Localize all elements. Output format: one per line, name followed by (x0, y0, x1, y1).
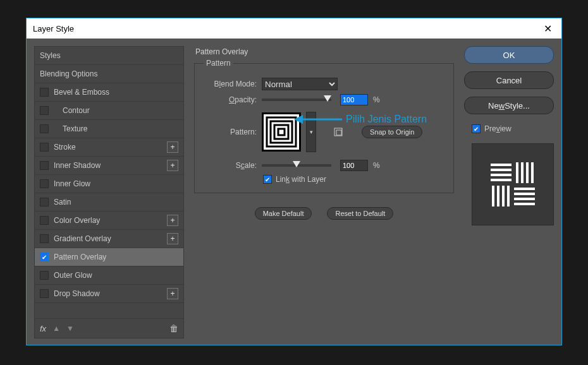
sidebar-item-styles[interactable]: Styles (35, 47, 183, 65)
sidebar-item-stroke[interactable]: Stroke+ (35, 138, 183, 157)
sidebar-item-label: Stroke (54, 143, 167, 152)
sidebar-item-satin[interactable]: Satin (35, 193, 183, 212)
preview-thumbnail (472, 143, 554, 225)
blend-mode-label: Blend Mode: (204, 80, 257, 88)
effects-sidebar: StylesBlending OptionsBevel & EmbossCont… (34, 46, 184, 338)
blend-mode-row: Blend Mode: Normal (204, 78, 444, 90)
default-buttons-row: Make Default Reset to Default (192, 207, 456, 220)
effects-list: StylesBlending OptionsBevel & EmbossCont… (35, 47, 183, 318)
checkbox-icon[interactable] (40, 271, 49, 280)
scale-input[interactable] (340, 160, 368, 171)
action-panel: OK Cancel New Style... ✔ Preview (464, 46, 554, 338)
checkbox-icon[interactable] (40, 124, 49, 133)
sidebar-item-label: Outer Glow (54, 271, 178, 280)
pattern-row: Pattern: ▾ (204, 112, 444, 152)
preview-label: Preview (484, 124, 511, 133)
sidebar-item-label: Styles (40, 51, 178, 60)
opacity-slider[interactable] (262, 99, 331, 101)
new-style-button[interactable]: New Style... (464, 97, 554, 114)
section-title: Pattern Overlay (195, 47, 456, 56)
preview-checkbox[interactable]: ✔ Preview (472, 124, 554, 133)
add-effect-icon[interactable]: + (167, 160, 178, 171)
checkbox-icon[interactable] (40, 143, 49, 152)
blend-mode-select[interactable]: Normal (262, 78, 338, 90)
checkmark-icon: ✔ (263, 175, 272, 184)
settings-panel: Pattern Overlay Pattern Blend Mode: Norm… (192, 46, 456, 338)
titlebar: Layer Style ✕ (27, 18, 561, 39)
pattern-swatch[interactable] (262, 112, 301, 152)
sidebar-item-blending-options[interactable]: Blending Options (35, 65, 183, 83)
cancel-button[interactable]: Cancel (464, 71, 554, 89)
add-effect-icon[interactable]: + (167, 215, 178, 226)
scale-label: Scale: (204, 161, 257, 170)
sidebar-item-label: Contour (63, 106, 178, 115)
sidebar-item-label: Gradient Overlay (54, 234, 167, 243)
sidebar-item-label: Blending Options (40, 69, 178, 78)
pattern-label: Pattern: (204, 128, 257, 136)
opacity-row: Opacity: % (204, 94, 444, 105)
sidebar-item-gradient-overlay[interactable]: Gradient Overlay+ (35, 230, 183, 248)
arrow-down-icon[interactable]: ▼ (66, 324, 74, 333)
fx-icon[interactable]: fx (40, 324, 46, 333)
reset-default-button[interactable]: Reset to Default (327, 207, 393, 220)
checkbox-icon[interactable] (40, 216, 49, 225)
checkbox-icon[interactable] (40, 289, 49, 298)
dialog-title: Layer Style (33, 24, 540, 33)
add-effect-icon[interactable]: + (167, 288, 178, 299)
checkbox-icon[interactable] (40, 88, 49, 97)
sidebar-item-bevel-emboss[interactable]: Bevel & Emboss (35, 83, 183, 102)
sidebar-item-label: Inner Glow (54, 179, 178, 188)
sidebar-item-drop-shadow[interactable]: Drop Shadow+ (35, 285, 183, 303)
opacity-unit: % (373, 95, 380, 104)
sidebar-item-contour[interactable]: Contour (35, 102, 183, 120)
pattern-group: Pattern Blend Mode: Normal Opacity: (194, 59, 454, 193)
sidebar-item-outer-glow[interactable]: Outer Glow (35, 266, 183, 285)
make-default-button[interactable]: Make Default (255, 207, 312, 220)
checkbox-icon[interactable] (40, 161, 49, 170)
opacity-slider-thumb[interactable] (324, 95, 331, 102)
create-pattern-icon[interactable] (333, 126, 344, 138)
link-with-layer-checkbox[interactable]: ✔ Link with Layer (263, 175, 444, 184)
link-with-layer-label: Link with Layer (276, 175, 326, 184)
sidebar-item-texture[interactable]: Texture (35, 120, 183, 138)
group-legend: Pattern (204, 59, 233, 68)
sidebar-item-label: Pattern Overlay (54, 253, 178, 261)
add-effect-icon[interactable]: + (167, 141, 178, 153)
snap-to-origin-button[interactable]: Snap to Origin (362, 126, 422, 138)
svg-rect-0 (262, 113, 300, 151)
checkbox-icon[interactable]: ✔ (40, 253, 49, 261)
pattern-dropdown-icon[interactable]: ▾ (306, 112, 316, 152)
trash-icon[interactable]: 🗑 (169, 323, 178, 333)
checkbox-icon[interactable] (40, 198, 49, 206)
sidebar-item-label: Texture (63, 124, 178, 133)
arrow-up-icon[interactable]: ▲ (52, 324, 60, 333)
opacity-input[interactable] (340, 94, 368, 105)
sidebar-item-label: Satin (54, 198, 178, 206)
sidebar-item-label: Inner Shadow (54, 161, 167, 170)
sidebar-item-label: Color Overlay (54, 216, 167, 225)
opacity-label: Opacity: (204, 95, 257, 104)
sidebar-footer: fx ▲ ▼ 🗑 (35, 318, 183, 338)
sidebar-item-label: Drop Shadow (54, 289, 167, 298)
checkmark-icon: ✔ (472, 124, 481, 133)
checkbox-icon[interactable] (40, 179, 49, 188)
scale-slider-thumb[interactable] (293, 161, 300, 167)
scale-unit: % (373, 161, 380, 170)
svg-rect-6 (334, 128, 342, 136)
checkbox-icon[interactable] (40, 106, 49, 115)
ok-button[interactable]: OK (464, 46, 554, 64)
svg-rect-7 (336, 130, 341, 135)
close-icon[interactable]: ✕ (540, 23, 555, 35)
sidebar-item-color-overlay[interactable]: Color Overlay+ (35, 212, 183, 230)
scale-slider[interactable] (262, 164, 331, 167)
add-effect-icon[interactable]: + (167, 233, 178, 244)
checkbox-icon[interactable] (40, 234, 49, 243)
layer-style-dialog: Layer Style ✕ StylesBlending OptionsBeve… (26, 18, 562, 345)
sidebar-item-inner-glow[interactable]: Inner Glow (35, 175, 183, 193)
sidebar-item-pattern-overlay[interactable]: ✔Pattern Overlay (35, 248, 183, 266)
scale-row: Scale: % (204, 160, 444, 171)
sidebar-item-label: Bevel & Emboss (54, 88, 178, 97)
sidebar-item-inner-shadow[interactable]: Inner Shadow+ (35, 157, 183, 175)
dialog-body: StylesBlending OptionsBevel & EmbossCont… (27, 39, 561, 345)
